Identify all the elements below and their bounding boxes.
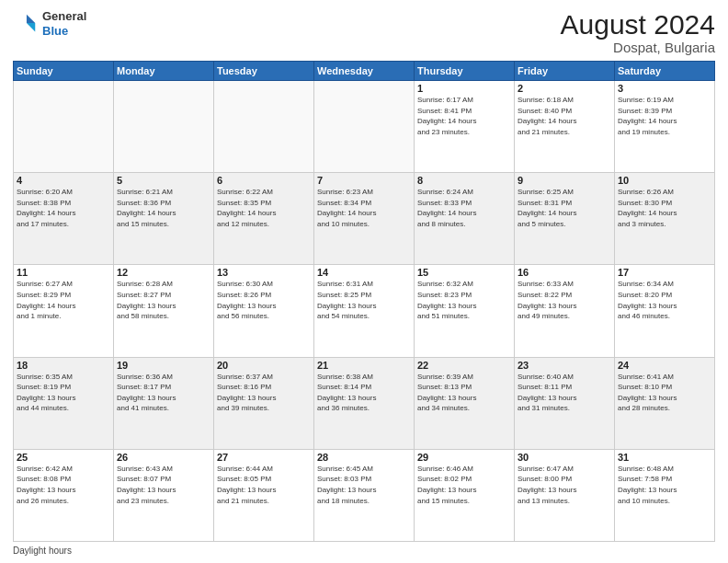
weekday-header-saturday: Saturday — [615, 62, 715, 81]
day-info: Sunrise: 6:48 AM Sunset: 7:58 PM Dayligh… — [618, 464, 711, 506]
week-row-4: 18Sunrise: 6:35 AM Sunset: 8:19 PM Dayli… — [14, 357, 715, 449]
calendar-cell: 19Sunrise: 6:36 AM Sunset: 8:17 PM Dayli… — [114, 357, 214, 449]
calendar-cell: 4Sunrise: 6:20 AM Sunset: 8:38 PM Daylig… — [14, 173, 114, 265]
day-number: 24 — [618, 360, 711, 371]
calendar-cell: 26Sunrise: 6:43 AM Sunset: 8:07 PM Dayli… — [114, 449, 214, 541]
day-info: Sunrise: 6:44 AM Sunset: 8:05 PM Dayligh… — [217, 464, 311, 506]
day-number: 17 — [618, 267, 711, 278]
day-info: Sunrise: 6:28 AM Sunset: 8:27 PM Dayligh… — [117, 279, 210, 321]
calendar-cell: 18Sunrise: 6:35 AM Sunset: 8:19 PM Dayli… — [14, 357, 114, 449]
day-number: 4 — [17, 175, 110, 186]
calendar-cell: 14Sunrise: 6:31 AM Sunset: 8:25 PM Dayli… — [314, 265, 415, 357]
calendar-cell: 23Sunrise: 6:40 AM Sunset: 8:11 PM Dayli… — [515, 357, 615, 449]
day-info: Sunrise: 6:24 AM Sunset: 8:33 PM Dayligh… — [417, 187, 511, 229]
day-info: Sunrise: 6:33 AM Sunset: 8:22 PM Dayligh… — [518, 279, 611, 321]
weekday-header-row: SundayMondayTuesdayWednesdayThursdayFrid… — [14, 62, 715, 81]
calendar-cell: 13Sunrise: 6:30 AM Sunset: 8:26 PM Dayli… — [214, 265, 314, 357]
calendar-cell: 1Sunrise: 6:17 AM Sunset: 8:41 PM Daylig… — [415, 81, 515, 173]
day-info: Sunrise: 6:43 AM Sunset: 8:07 PM Dayligh… — [117, 464, 210, 506]
day-number: 5 — [117, 175, 210, 186]
location: Dospat, Bulgaria — [561, 40, 715, 55]
week-row-2: 4Sunrise: 6:20 AM Sunset: 8:38 PM Daylig… — [14, 173, 715, 265]
day-number: 27 — [217, 452, 311, 463]
weekday-header-tuesday: Tuesday — [214, 62, 314, 81]
title-block: August 2024 Dospat, Bulgaria — [561, 9, 715, 55]
day-number: 26 — [117, 452, 210, 463]
month-year: August 2024 — [561, 9, 715, 40]
day-info: Sunrise: 6:30 AM Sunset: 8:26 PM Dayligh… — [217, 279, 311, 321]
day-number: 12 — [117, 267, 210, 278]
calendar-cell: 25Sunrise: 6:42 AM Sunset: 8:08 PM Dayli… — [14, 449, 114, 541]
day-number: 14 — [317, 267, 411, 278]
day-number: 18 — [17, 360, 110, 371]
day-info: Sunrise: 6:21 AM Sunset: 8:36 PM Dayligh… — [117, 187, 210, 229]
calendar-cell: 12Sunrise: 6:28 AM Sunset: 8:27 PM Dayli… — [114, 265, 214, 357]
day-number: 15 — [417, 267, 511, 278]
day-info: Sunrise: 6:22 AM Sunset: 8:35 PM Dayligh… — [217, 187, 311, 229]
day-info: Sunrise: 6:47 AM Sunset: 8:00 PM Dayligh… — [518, 464, 611, 506]
weekday-header-thursday: Thursday — [415, 62, 515, 81]
day-number: 2 — [518, 83, 611, 94]
calendar-cell: 20Sunrise: 6:37 AM Sunset: 8:16 PM Dayli… — [214, 357, 314, 449]
calendar-cell: 29Sunrise: 6:46 AM Sunset: 8:02 PM Dayli… — [415, 449, 515, 541]
day-number: 28 — [317, 452, 411, 463]
calendar-cell: 5Sunrise: 6:21 AM Sunset: 8:36 PM Daylig… — [114, 173, 214, 265]
weekday-header-sunday: Sunday — [14, 62, 114, 81]
day-info: Sunrise: 6:19 AM Sunset: 8:39 PM Dayligh… — [618, 95, 711, 137]
day-info: Sunrise: 6:42 AM Sunset: 8:08 PM Dayligh… — [17, 464, 110, 506]
day-info: Sunrise: 6:35 AM Sunset: 8:19 PM Dayligh… — [17, 372, 110, 414]
svg-marker-1 — [27, 23, 35, 31]
day-number: 20 — [217, 360, 311, 371]
day-number: 1 — [417, 83, 511, 94]
calendar-cell: 21Sunrise: 6:38 AM Sunset: 8:14 PM Dayli… — [314, 357, 415, 449]
calendar-table: SundayMondayTuesdayWednesdayThursdayFrid… — [13, 61, 715, 542]
calendar-cell: 16Sunrise: 6:33 AM Sunset: 8:22 PM Dayli… — [515, 265, 615, 357]
calendar-cell: 30Sunrise: 6:47 AM Sunset: 8:00 PM Dayli… — [515, 449, 615, 541]
svg-marker-0 — [27, 14, 35, 22]
day-number: 7 — [317, 175, 411, 186]
day-info: Sunrise: 6:46 AM Sunset: 8:02 PM Dayligh… — [417, 464, 511, 506]
day-info: Sunrise: 6:40 AM Sunset: 8:11 PM Dayligh… — [518, 372, 611, 414]
weekday-header-wednesday: Wednesday — [314, 62, 415, 81]
footer: Daylight hours — [13, 546, 715, 556]
day-info: Sunrise: 6:37 AM Sunset: 8:16 PM Dayligh… — [217, 372, 311, 414]
day-number: 6 — [217, 175, 311, 186]
calendar-cell: 31Sunrise: 6:48 AM Sunset: 7:58 PM Dayli… — [615, 449, 715, 541]
calendar-cell: 9Sunrise: 6:25 AM Sunset: 8:31 PM Daylig… — [515, 173, 615, 265]
calendar-cell: 15Sunrise: 6:32 AM Sunset: 8:23 PM Dayli… — [415, 265, 515, 357]
daylight-label: Daylight hours — [13, 546, 72, 556]
logo: General Blue — [13, 9, 86, 38]
day-info: Sunrise: 6:31 AM Sunset: 8:25 PM Dayligh… — [317, 279, 411, 321]
day-number: 21 — [317, 360, 411, 371]
calendar-cell: 7Sunrise: 6:23 AM Sunset: 8:34 PM Daylig… — [314, 173, 415, 265]
week-row-1: 1Sunrise: 6:17 AM Sunset: 8:41 PM Daylig… — [14, 81, 715, 173]
calendar-cell: 2Sunrise: 6:18 AM Sunset: 8:40 PM Daylig… — [515, 81, 615, 173]
calendar-cell: 22Sunrise: 6:39 AM Sunset: 8:13 PM Dayli… — [415, 357, 515, 449]
calendar-cell: 24Sunrise: 6:41 AM Sunset: 8:10 PM Dayli… — [615, 357, 715, 449]
day-info: Sunrise: 6:26 AM Sunset: 8:30 PM Dayligh… — [618, 187, 711, 229]
day-number: 22 — [417, 360, 511, 371]
logo-icon — [13, 11, 39, 37]
day-info: Sunrise: 6:23 AM Sunset: 8:34 PM Dayligh… — [317, 187, 411, 229]
day-info: Sunrise: 6:17 AM Sunset: 8:41 PM Dayligh… — [417, 95, 511, 137]
day-number: 11 — [17, 267, 110, 278]
calendar-cell — [314, 81, 415, 173]
calendar-cell — [214, 81, 314, 173]
logo-blue-text: Blue — [42, 24, 86, 39]
calendar-cell — [14, 81, 114, 173]
day-number: 16 — [518, 267, 611, 278]
logo-general-text: General — [42, 9, 86, 24]
calendar-cell: 6Sunrise: 6:22 AM Sunset: 8:35 PM Daylig… — [214, 173, 314, 265]
day-number: 10 — [618, 175, 711, 186]
calendar-cell — [114, 81, 214, 173]
day-number: 8 — [417, 175, 511, 186]
day-info: Sunrise: 6:27 AM Sunset: 8:29 PM Dayligh… — [17, 279, 110, 321]
calendar-cell: 3Sunrise: 6:19 AM Sunset: 8:39 PM Daylig… — [615, 81, 715, 173]
weekday-header-monday: Monday — [114, 62, 214, 81]
calendar-cell: 28Sunrise: 6:45 AM Sunset: 8:03 PM Dayli… — [314, 449, 415, 541]
calendar-cell: 10Sunrise: 6:26 AM Sunset: 8:30 PM Dayli… — [615, 173, 715, 265]
day-info: Sunrise: 6:34 AM Sunset: 8:20 PM Dayligh… — [618, 279, 711, 321]
weekday-header-friday: Friday — [515, 62, 615, 81]
day-info: Sunrise: 6:18 AM Sunset: 8:40 PM Dayligh… — [518, 95, 611, 137]
day-number: 23 — [518, 360, 611, 371]
